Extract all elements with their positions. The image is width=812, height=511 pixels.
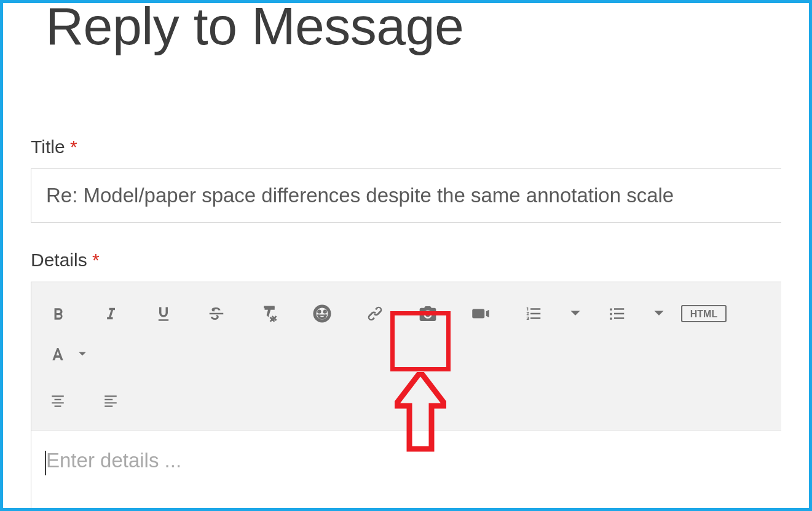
strikethrough-button[interactable]: [190, 293, 243, 334]
emoji-button[interactable]: [296, 293, 349, 334]
font-dropdown[interactable]: [73, 334, 92, 374]
bold-icon: [50, 304, 66, 323]
unordered-list-button[interactable]: [591, 293, 644, 334]
chevron-down-icon: [653, 310, 664, 317]
underline-button[interactable]: [137, 293, 190, 334]
align-center-icon: [48, 393, 68, 409]
title-label: Title *: [31, 137, 781, 157]
details-editor[interactable]: Enter details ...: [31, 430, 781, 511]
html-icon: HTML: [681, 305, 727, 322]
italic-button[interactable]: [84, 293, 137, 334]
strikethrough-icon: [207, 304, 226, 323]
clear-format-icon: [259, 304, 280, 323]
bold-button[interactable]: [31, 293, 84, 334]
link-button[interactable]: [349, 293, 401, 334]
underline-icon: [155, 304, 172, 323]
details-placeholder-text: Enter details ...: [46, 449, 181, 472]
svg-point-1: [323, 311, 326, 313]
chevron-down-icon: [78, 351, 87, 357]
required-mark: *: [70, 137, 77, 157]
ordered-list-dropdown[interactable]: [560, 293, 591, 334]
align-center-button[interactable]: [31, 381, 84, 421]
html-button[interactable]: HTML: [674, 293, 733, 334]
text-cursor: [45, 451, 46, 475]
camera-button[interactable]: [401, 293, 454, 334]
video-icon: [470, 304, 492, 323]
page-title: Reply to Message: [45, 0, 781, 57]
emoji-icon: [312, 304, 332, 323]
unordered-list-icon: [607, 304, 627, 323]
title-label-text: Title: [31, 137, 65, 157]
align-left-icon: [101, 393, 120, 409]
video-button[interactable]: [454, 293, 507, 334]
align-left-button[interactable]: [84, 381, 137, 421]
title-input[interactable]: [31, 168, 781, 223]
link-icon: [365, 304, 385, 323]
details-placeholder: Enter details ...: [46, 449, 767, 472]
ordered-list-button[interactable]: [507, 293, 560, 334]
ordered-list-icon: [524, 304, 543, 323]
editor-toolbar: HTML: [31, 282, 781, 430]
camera-icon: [417, 304, 439, 323]
details-label-text: Details: [31, 250, 87, 270]
unordered-list-dropdown[interactable]: [644, 293, 674, 334]
editor: HTML Enter detai: [31, 282, 781, 511]
svg-text:HTML: HTML: [690, 309, 718, 319]
chevron-down-icon: [570, 310, 581, 317]
svg-point-0: [318, 311, 321, 313]
required-mark: *: [92, 250, 100, 270]
font-icon: [49, 345, 67, 363]
italic-icon: [102, 304, 119, 323]
details-label: Details *: [31, 250, 781, 271]
clear-format-button[interactable]: [243, 293, 296, 334]
